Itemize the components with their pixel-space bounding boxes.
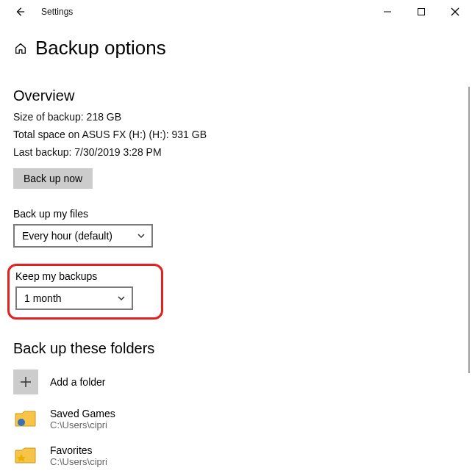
folder-icon (13, 406, 38, 431)
plus-icon (19, 375, 32, 389)
overview-space: Total space on ASUS FX (H:) (H:): 931 GB (13, 126, 459, 144)
home-icon (14, 42, 27, 55)
minimize-icon (383, 7, 392, 16)
back-button[interactable] (13, 7, 26, 17)
retention-value: 1 month (24, 292, 62, 304)
folder-path: C:\Users\cipri (50, 456, 107, 467)
overview-heading: Overview (13, 87, 459, 104)
chevron-down-icon (117, 294, 126, 303)
add-folder-label: Add a folder (50, 376, 106, 388)
frequency-label: Back up my files (13, 208, 459, 220)
maximize-button[interactable] (404, 0, 438, 24)
retention-label: Keep my backups (15, 270, 155, 282)
add-folder-button[interactable] (13, 369, 38, 394)
folders-heading: Back up these folders (13, 340, 459, 357)
frequency-dropdown[interactable]: Every hour (default) (13, 224, 153, 248)
overview-size: Size of backup: 218 GB (13, 109, 459, 126)
retention-highlight: Keep my backups 1 month (7, 264, 163, 320)
titlebar: Settings (0, 0, 472, 24)
overview-last: Last backup: 7/30/2019 3:28 PM (13, 144, 459, 162)
folder-row-savedgames[interactable]: Saved Games C:\Users\cipri (13, 403, 459, 435)
add-folder-row[interactable]: Add a folder (13, 366, 459, 398)
maximize-icon (417, 7, 426, 16)
folder-favorites-icon (15, 446, 37, 465)
backup-now-button[interactable]: Back up now (13, 168, 93, 189)
home-button[interactable] (13, 41, 28, 56)
close-icon (451, 7, 460, 16)
folder-name: Favorites (50, 444, 107, 456)
folder-icon (13, 443, 38, 468)
folder-name: Saved Games (50, 408, 115, 419)
scrollbar[interactable] (468, 87, 470, 373)
page-header: Backup options (0, 24, 472, 60)
folder-savedgames-icon (15, 409, 37, 428)
window-controls (371, 0, 472, 24)
svg-rect-2 (418, 9, 425, 15)
svg-point-7 (18, 419, 25, 426)
app-title: Settings (41, 7, 73, 17)
frequency-value: Every hour (default) (22, 230, 112, 242)
retention-dropdown[interactable]: 1 month (15, 286, 133, 310)
close-button[interactable] (438, 0, 472, 24)
content: Overview Size of backup: 218 GB Total sp… (0, 60, 472, 476)
folder-row-favorites[interactable]: Favorites C:\Users\cipri (13, 439, 459, 472)
page-title: Backup options (35, 37, 166, 60)
folder-path: C:\Users\cipri (50, 419, 115, 430)
chevron-down-icon (137, 231, 146, 240)
arrow-left-icon (15, 7, 25, 17)
minimize-button[interactable] (371, 0, 404, 24)
